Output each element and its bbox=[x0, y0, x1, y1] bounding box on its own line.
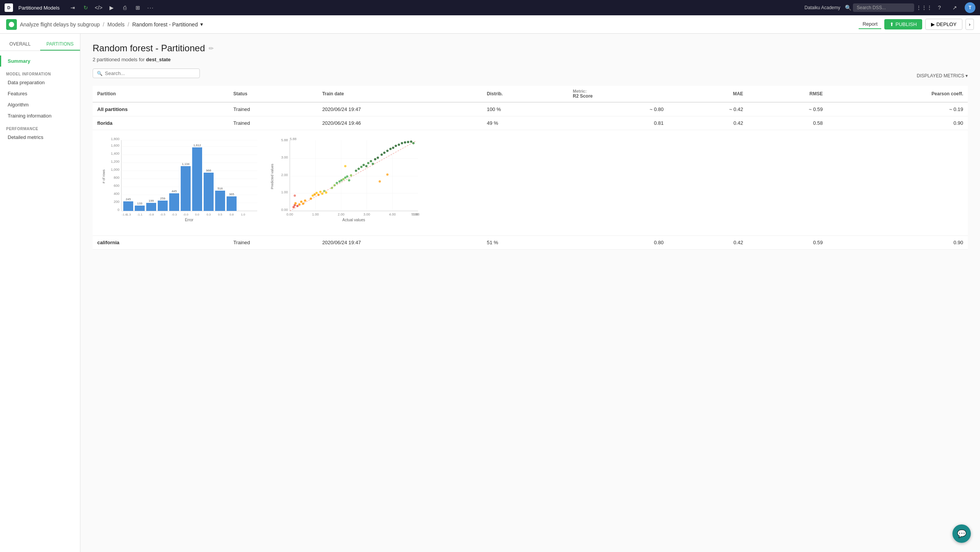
svg-text:259: 259 bbox=[160, 197, 165, 200]
col-partition: Partition bbox=[93, 86, 229, 102]
svg-text:Actual values: Actual values bbox=[342, 218, 365, 222]
displayed-metrics-label[interactable]: DISPLAYED METRICS ▾ bbox=[917, 73, 968, 78]
sidebar: OVERALL PARTITIONS Summary MODEL INFORMA… bbox=[0, 34, 80, 552]
model-title: Random forest - Partitioned bbox=[93, 43, 205, 54]
svg-text:0.00: 0.00 bbox=[286, 212, 293, 216]
search-bar[interactable]: 🔍 bbox=[93, 69, 200, 78]
grid-icon[interactable]: ⊞ bbox=[132, 2, 143, 13]
help-icon[interactable]: ? bbox=[934, 2, 945, 13]
refresh-icon[interactable]: ↻ bbox=[80, 2, 91, 13]
svg-text:133: 133 bbox=[137, 202, 142, 205]
svg-point-93 bbox=[344, 176, 346, 179]
avatar[interactable]: T bbox=[965, 2, 975, 13]
displayed-metrics[interactable]: DISPLAYED METRICS ▾ bbox=[917, 73, 968, 78]
breadcrumb-project[interactable]: Analyze flight delays by subgroup bbox=[20, 21, 100, 28]
sidebar-item-data-preparation[interactable]: Data preparation bbox=[0, 77, 80, 88]
flow-icon[interactable]: ⇥ bbox=[67, 2, 78, 13]
model-title-area: Random forest - Partitioned ✏ bbox=[93, 43, 968, 54]
tab-partitions[interactable]: PARTITIONS bbox=[40, 38, 80, 51]
svg-text:-1.6: -1.6 bbox=[122, 213, 127, 216]
more-icon[interactable]: ··· bbox=[145, 2, 156, 13]
svg-point-108 bbox=[383, 152, 385, 154]
bar-chart-svg: 0 200 400 600 800 bbox=[100, 136, 261, 228]
svg-point-80 bbox=[314, 193, 316, 196]
svg-point-96 bbox=[350, 174, 352, 176]
svg-text:516: 516 bbox=[217, 187, 223, 190]
table-row[interactable]: florida Trained 2020/06/24 19:46 49 % 0.… bbox=[93, 116, 968, 130]
sidebar-item-algorithm[interactable]: Algorithm bbox=[0, 99, 80, 110]
svg-point-77 bbox=[304, 199, 306, 202]
table-row[interactable]: california Trained 2020/06/24 19:47 51 %… bbox=[93, 236, 968, 250]
search-input[interactable] bbox=[853, 3, 914, 12]
partition-name: florida bbox=[93, 116, 229, 130]
svg-text:600: 600 bbox=[114, 184, 119, 188]
sidebar-item-detailed-metrics[interactable]: Detailed metrics bbox=[0, 132, 80, 143]
print-icon[interactable]: ⎙ bbox=[119, 2, 130, 13]
edit-icon[interactable]: ✏ bbox=[209, 45, 214, 52]
svg-point-120 bbox=[386, 173, 389, 176]
svg-point-81 bbox=[315, 192, 318, 194]
publish-button[interactable]: ⬆ PUBLISH bbox=[884, 19, 922, 29]
sidebar-item-training-information[interactable]: Training information bbox=[0, 110, 80, 121]
svg-point-97 bbox=[355, 170, 357, 172]
tab-overall[interactable]: OVERALL bbox=[0, 38, 40, 51]
deploy-button[interactable]: ▶ DEPLOY bbox=[925, 19, 962, 30]
code-icon[interactable]: </> bbox=[93, 2, 104, 13]
breadcrumb-actions: Report ⬆ PUBLISH ▶ DEPLOY › bbox=[859, 19, 974, 30]
col-status: Status bbox=[229, 86, 317, 102]
svg-point-75 bbox=[300, 201, 302, 203]
topbar: D Partitioned Models ⇥ ↻ </> ▶ ⎙ ⊞ ··· D… bbox=[0, 0, 980, 15]
svg-point-116 bbox=[407, 141, 409, 143]
breadcrumb-section[interactable]: Models bbox=[107, 21, 124, 28]
bar bbox=[169, 193, 179, 211]
svg-text:3.00: 3.00 bbox=[281, 155, 288, 159]
bar bbox=[123, 201, 133, 211]
col-train-date: Train date bbox=[318, 86, 482, 102]
sidebar-item-features[interactable]: Features bbox=[0, 88, 80, 99]
svg-text:1.0: 1.0 bbox=[241, 213, 245, 216]
svg-point-70 bbox=[292, 206, 295, 208]
partition-pearson: 0.90 bbox=[827, 236, 968, 250]
col-rmse: RMSE bbox=[748, 86, 827, 102]
app-title: Partitioned Models bbox=[18, 5, 60, 11]
svg-point-76 bbox=[302, 203, 304, 205]
run-icon[interactable]: ▶ bbox=[106, 2, 117, 13]
svg-text:966: 966 bbox=[206, 169, 211, 172]
svg-point-85 bbox=[323, 190, 325, 192]
svg-point-103 bbox=[370, 160, 372, 162]
svg-text:800: 800 bbox=[114, 176, 119, 180]
svg-point-72 bbox=[294, 202, 297, 204]
chat-icon: 💬 bbox=[957, 529, 967, 538]
partition-mae: 0.42 bbox=[668, 236, 748, 250]
table-row[interactable]: All partitions Trained 2020/06/24 19:47 … bbox=[93, 102, 968, 116]
scatter-svg: Predicted values Actual values 0.00 1.00… bbox=[269, 136, 422, 228]
svg-text:0.3: 0.3 bbox=[206, 213, 211, 216]
chat-button[interactable]: 💬 bbox=[952, 524, 971, 543]
svg-text:0.5: 0.5 bbox=[218, 213, 222, 216]
search-input[interactable] bbox=[105, 70, 196, 76]
svg-point-114 bbox=[401, 142, 403, 144]
partition-status: Trained bbox=[229, 116, 317, 130]
svg-text:1.00: 1.00 bbox=[281, 190, 288, 194]
svg-point-115 bbox=[404, 141, 406, 144]
report-button[interactable]: Report bbox=[859, 20, 881, 29]
apps-icon[interactable]: ⋮⋮⋮ bbox=[919, 2, 929, 13]
partition-status: Trained bbox=[229, 236, 317, 250]
layout: OVERALL PARTITIONS Summary MODEL INFORMA… bbox=[0, 34, 980, 552]
svg-point-91 bbox=[340, 179, 343, 181]
sidebar-item-summary[interactable]: Summary bbox=[0, 56, 80, 67]
svg-text:1,600: 1,600 bbox=[111, 144, 119, 147]
expanded-content: 0 200 400 600 800 bbox=[93, 130, 968, 235]
col-distrib: Distrib. bbox=[482, 86, 568, 102]
svg-point-122 bbox=[344, 165, 346, 167]
col-mae: MAE bbox=[668, 86, 748, 102]
svg-point-113 bbox=[398, 144, 400, 146]
bar bbox=[146, 203, 156, 211]
bar bbox=[204, 173, 214, 211]
breadcrumb-current[interactable]: Random forest - Partitioned ▼ bbox=[132, 21, 204, 28]
analytics-icon[interactable]: ↗ bbox=[949, 2, 960, 13]
publish-icon: ⬆ bbox=[890, 21, 894, 27]
more-button[interactable]: › bbox=[965, 19, 974, 30]
svg-text:0: 0 bbox=[118, 208, 119, 212]
svg-point-88 bbox=[333, 184, 336, 186]
